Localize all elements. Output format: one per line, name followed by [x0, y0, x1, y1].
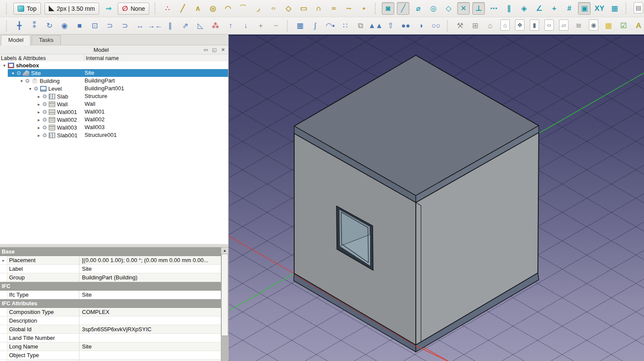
property-row-composition-type[interactable]: Composition TypeCOMPLEX [0, 308, 221, 317]
snap-special-icon[interactable]: + [548, 2, 560, 15]
visibility-eye-icon[interactable]: ⊙ [41, 124, 48, 130]
expander-icon[interactable]: ▾ [19, 79, 24, 83]
snap-center-icon[interactable]: ◎ [427, 2, 440, 15]
toggle-grid-icon[interactable]: ▦ [608, 2, 621, 15]
property-value[interactable]: BuildingPart (Building) [79, 273, 221, 282]
line-width-button[interactable]: 2px | 3.50 mm [44, 3, 99, 15]
snap-extension-icon[interactable]: ◈ [518, 2, 530, 15]
expander-icon[interactable]: ▸ [36, 125, 41, 130]
apply-style-icon[interactable]: ⇝ [102, 2, 115, 15]
property-row-description[interactable]: Description [0, 317, 221, 325]
property-value[interactable]: Site [79, 342, 221, 351]
visibility-eye-icon[interactable]: ⊙ [33, 86, 39, 92]
expander-icon[interactable]: ▾ [28, 86, 33, 91]
view-direction-button[interactable]: Top [13, 3, 41, 15]
draft-join-icon[interactable]: →← [149, 19, 161, 32]
draft-submove-icon[interactable]: ⁑ [28, 19, 41, 32]
draft-downgrade-icon[interactable]: ↓ [239, 19, 252, 32]
draft-move-icon[interactable]: ╋ [13, 19, 25, 32]
draft-stretch-icon[interactable]: ↔ [134, 19, 146, 32]
tree-item-label[interactable]: Building [39, 78, 60, 84]
spreadsheet-icon[interactable]: ▦ [602, 19, 615, 32]
bim-utils-icon[interactable]: ⚒ [454, 19, 466, 32]
draft-upgrade-icon[interactable]: ↑ [224, 19, 237, 32]
property-group-ifc[interactable]: IFC [0, 282, 221, 291]
draft-polar-array-icon[interactable]: ◠▪ [324, 19, 336, 32]
snap-grid-icon[interactable]: # [563, 2, 575, 15]
visibility-eye-icon[interactable]: ⊙ [41, 117, 48, 123]
ifc-explorer-icon[interactable]: ‹› [544, 19, 554, 31]
draft-fillet-icon[interactable]: ◞ [252, 2, 264, 15]
draft-cubic-bezier-icon[interactable]: ∼ [342, 2, 355, 15]
part-union-icon[interactable]: ●● [399, 19, 412, 32]
ifc-document-icon[interactable]: ▤ [634, 2, 643, 13]
draft-polygon-icon[interactable]: ◇ [282, 2, 295, 15]
snap-lock-icon[interactable]: ◙ [382, 2, 394, 15]
draft-path-array-icon[interactable]: ∫ [309, 19, 321, 32]
tree-item-label[interactable]: Wall [56, 101, 68, 108]
property-group-ifc-attributes[interactable]: IFC Attributes [0, 299, 221, 308]
draft-arc-3points-icon[interactable]: ⌒ [237, 2, 249, 15]
tree-row-building[interactable]: ▾⊙BuildingBuildingPart [0, 77, 228, 85]
property-value[interactable] [79, 351, 221, 359]
bim-schedule-icon[interactable]: ▮ [530, 19, 539, 31]
snap-near-icon[interactable]: ∠ [533, 2, 545, 15]
draft-point-array-icon[interactable]: ∷ [339, 19, 352, 32]
draft-array-icon[interactable]: ▦ [294, 19, 306, 32]
tree-row-slab[interactable]: ▸⊙SlabStructure [0, 92, 228, 100]
property-row-placement[interactable]: ▸Placement[(0.00 0.00 1.00); 0.00 °; (0.… [0, 256, 221, 265]
draft-rectangle-icon[interactable]: ▭ [297, 2, 310, 15]
draft-line-icon[interactable]: ╱ [176, 2, 189, 15]
scrollbar-thumb[interactable] [221, 254, 228, 336]
snap-midpoint-icon[interactable]: ⌀ [412, 2, 424, 15]
snap-perpendicular-icon[interactable]: ⊥ [472, 2, 485, 15]
draft-facebinder-icon[interactable]: ■ [73, 19, 86, 32]
draft-point-single-icon[interactable]: • [358, 2, 370, 15]
snap-dimensions-icon[interactable]: XY [593, 2, 606, 15]
part-intersection-icon[interactable]: ◑ [415, 19, 427, 32]
expander-icon[interactable]: ▾ [2, 63, 7, 68]
dock-float-icon[interactable]: ◱ [211, 47, 218, 53]
tree-row-wall002[interactable]: ▸⊙Wall002Wall002 [0, 116, 228, 124]
property-row-global-id[interactable]: Global Id3sp5n6S5P6xvkVjRXpSYIC [0, 325, 221, 334]
snap-intersection-icon[interactable]: ✕ [457, 2, 470, 15]
snap-working-plane-icon[interactable]: ▣ [578, 2, 591, 15]
scroll-up-icon[interactable]: ▲ [221, 247, 228, 254]
visibility-eye-icon[interactable]: ⊙ [41, 109, 48, 115]
draft-subedit-icon[interactable]: ⊃ [119, 19, 131, 32]
property-row-object-type[interactable]: Object Type [0, 351, 221, 360]
visibility-eye-icon[interactable]: ⊙ [41, 93, 48, 99]
snap-angle-icon[interactable]: ◇ [442, 2, 455, 15]
tree-item-label[interactable]: Site [30, 70, 41, 76]
draft-clone-tool-icon[interactable]: ⧉ [354, 19, 367, 32]
visibility-eye-icon[interactable]: ⊙ [41, 132, 48, 138]
3d-viewport[interactable] [229, 35, 644, 361]
working-plane-view-icon[interactable]: ⊞ [469, 19, 481, 32]
tree-item-label[interactable]: shoebox [15, 62, 39, 69]
tree-row-level[interactable]: ▾⊙LevelBuildingPart001 [0, 85, 228, 92]
tree-item-label[interactable]: Slab [56, 93, 68, 100]
property-expander-icon[interactable]: ▸ [0, 256, 7, 264]
tree-row-site[interactable]: ▾⊙SiteSite [0, 69, 228, 77]
bim-views-icon[interactable]: ▱ [559, 19, 569, 31]
draft-circle-icon[interactable]: ◎ [207, 2, 219, 15]
property-row-long-name[interactable]: Long NameSite [0, 342, 221, 351]
tree-item-label[interactable]: Wall002 [56, 117, 77, 123]
draft-arc-icon[interactable]: ◠ [222, 2, 234, 15]
panel-splitter[interactable] [0, 244, 228, 247]
draft-offset-icon[interactable]: ∥ [164, 19, 176, 32]
property-row-ifc-type[interactable]: Ifc TypeSite [0, 291, 221, 299]
tree-row-shoebox[interactable]: ▾shoebox [0, 61, 228, 69]
bim-material-icon[interactable]: ❖ [515, 19, 525, 31]
draft-clone-icon[interactable]: ◉ [58, 19, 71, 32]
annotation-styles-icon[interactable]: A [632, 19, 644, 32]
property-value[interactable]: COMPLEX [79, 308, 221, 316]
property-value[interactable]: [(0.00 0.00 1.00); 0.00 °; (0.00 mm 0.00… [79, 256, 221, 264]
dock-close-icon[interactable]: ✕ [220, 47, 226, 53]
expander-icon[interactable]: ▸ [36, 117, 41, 122]
draft-bspline-icon[interactable]: ∩ [312, 2, 325, 15]
bim-classification-icon[interactable]: ◉ [589, 19, 598, 31]
tree-row-wall003[interactable]: ▸⊙Wall003Wall003 [0, 124, 228, 131]
draft-trimex-icon[interactable]: ⇧ [384, 19, 397, 32]
autogroup-button[interactable]: ∅ None [118, 3, 149, 15]
